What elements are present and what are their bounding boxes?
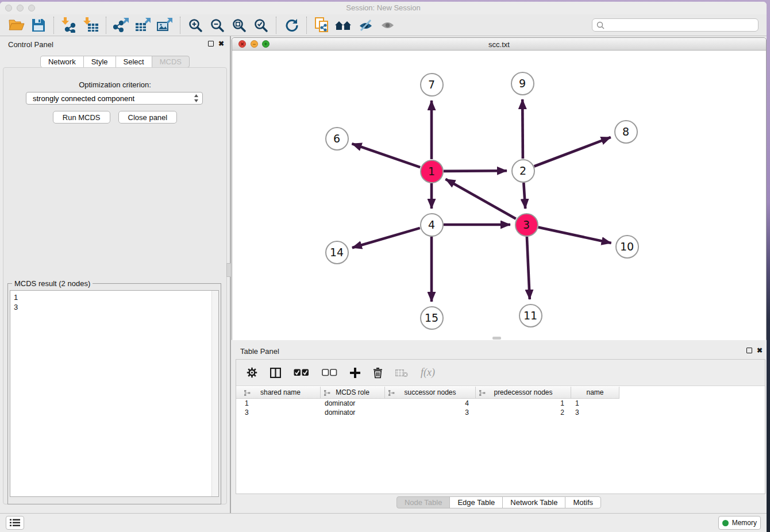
show-columns-icon[interactable]: [270, 368, 281, 378]
graph-edge-2-8[interactable]: [534, 137, 611, 167]
control-panel-title: Control Panel: [8, 40, 53, 49]
delete-table-icon: [395, 368, 408, 377]
main-toolbar: [0, 14, 767, 36]
close-panel-button[interactable]: Close panel: [118, 111, 178, 124]
tab-edge-table[interactable]: Edge Table: [449, 496, 503, 508]
graph-node-3[interactable]: 3: [515, 213, 538, 237]
graph-node-15[interactable]: 15: [420, 306, 444, 330]
toolbar-separator: [180, 17, 180, 34]
node-table: f(x) shared nameMCDS rolesuccessor nodes…: [236, 359, 765, 494]
title-bar: Session: New Session: [0, 2, 767, 14]
table-row[interactable]: 3dominator323: [236, 408, 765, 417]
hide-selected-icon[interactable]: [355, 16, 376, 34]
close-panel-icon[interactable]: ✖: [218, 41, 224, 47]
memory-status-icon: [722, 520, 729, 526]
tab-mcds[interactable]: MCDS: [152, 56, 190, 68]
optimization-criterion-label: Optimization criterion:: [3, 80, 226, 89]
table-panel-header: Table Panel ✖: [232, 343, 767, 358]
tab-network[interactable]: Network: [40, 56, 84, 68]
copy-selection-icon[interactable]: [311, 16, 333, 34]
graph-node-11[interactable]: 11: [519, 304, 542, 327]
table-row[interactable]: 1dominator411: [236, 399, 765, 408]
close-table-panel-icon[interactable]: ✖: [757, 348, 763, 354]
graph-edge-2-3[interactable]: [523, 183, 525, 209]
network-view-window: ✕ − + scc.txt 7968124314101511: [232, 37, 767, 340]
mcds-result-title: MCDS result (2 nodes): [12, 279, 93, 288]
graph-node-14[interactable]: 14: [325, 241, 349, 264]
run-mcds-button[interactable]: Run MCDS: [53, 111, 110, 124]
export-table-icon[interactable]: [132, 16, 154, 34]
graph-edge-1-2[interactable]: [444, 171, 507, 171]
network-window-title: scc.txt: [232, 40, 766, 49]
network-canvas[interactable]: 7968124314101511: [232, 51, 766, 340]
task-history-button[interactable]: [6, 516, 24, 530]
criterion-select[interactable]: strongly connected component: [26, 92, 203, 105]
mcds-result-scrollbar[interactable]: [211, 291, 218, 496]
zoom-out-icon[interactable]: [206, 16, 228, 34]
tab-motifs[interactable]: Motifs: [565, 496, 601, 508]
zoom-in-icon[interactable]: [184, 16, 206, 34]
graph-edge-3-1[interactable]: [445, 179, 515, 219]
column-header-predecessor-nodes[interactable]: predecessor nodes: [476, 387, 571, 399]
save-session-icon[interactable]: [28, 16, 49, 34]
graph-node-8[interactable]: 8: [614, 120, 638, 144]
table-cell: dominator: [321, 408, 385, 417]
control-panel: Control Panel ✖ NetworkStyleSelectMCDS O…: [0, 36, 230, 513]
memory-button[interactable]: Memory: [718, 516, 761, 530]
import-network-icon[interactable]: [58, 16, 80, 34]
graph-node-2[interactable]: 2: [511, 159, 535, 183]
delete-column-icon[interactable]: [373, 367, 383, 379]
panel-divider-handle[interactable]: [226, 263, 231, 277]
export-network-icon[interactable]: [110, 16, 132, 34]
settings-gear-icon[interactable]: [247, 367, 257, 378]
refresh-view-icon[interactable]: [280, 16, 302, 34]
tab-node-table[interactable]: Node Table: [396, 496, 451, 508]
graph-node-10[interactable]: 10: [615, 235, 639, 259]
export-image-icon[interactable]: [154, 16, 176, 34]
toolbar-separator: [106, 17, 106, 34]
float-panel-icon[interactable]: [208, 41, 214, 48]
criterion-value: strongly connected component: [33, 94, 194, 103]
import-table-icon[interactable]: [80, 16, 102, 34]
table-cell: 1: [476, 399, 571, 408]
toolbar-separator: [306, 17, 307, 34]
column-header-mcds-role[interactable]: MCDS role: [321, 387, 385, 399]
graph-edge-3-10[interactable]: [538, 228, 611, 244]
graph-edge-4-14[interactable]: [352, 228, 420, 248]
add-column-icon[interactable]: [350, 368, 360, 378]
column-header-name[interactable]: name: [571, 387, 619, 399]
toolbar-separator: [276, 17, 276, 34]
graph-node-9[interactable]: 9: [511, 72, 534, 95]
canvas-scrollbar-handle[interactable]: [492, 337, 501, 340]
search-box[interactable]: [592, 18, 759, 32]
status-bar: Memory: [0, 513, 767, 532]
graph-node-6[interactable]: 6: [325, 127, 349, 151]
memory-label: Memory: [732, 519, 757, 527]
float-table-panel-icon[interactable]: [746, 348, 752, 354]
attribute-tree-icon: [479, 390, 486, 398]
graph-node-7[interactable]: 7: [420, 73, 444, 97]
mcds-result-area[interactable]: 13: [10, 290, 219, 497]
select-all-checkboxes-icon[interactable]: [294, 369, 309, 376]
tab-style[interactable]: Style: [83, 56, 116, 68]
graph-edge-3-11[interactable]: [527, 237, 530, 299]
deselect-all-checkboxes-icon[interactable]: [322, 369, 337, 376]
tab-network-table[interactable]: Network Table: [502, 496, 565, 508]
application-window: Session: New Session: [0, 2, 767, 532]
network-window-titlebar[interactable]: ✕ − + scc.txt: [232, 38, 766, 51]
attribute-tree-icon: [324, 390, 330, 398]
search-input[interactable]: [605, 21, 754, 29]
zoom-selected-icon[interactable]: [250, 16, 272, 34]
graph-edge-1-6[interactable]: [352, 144, 421, 167]
zoom-fit-icon[interactable]: [228, 16, 250, 34]
column-header-successor-nodes[interactable]: successor nodes: [385, 387, 476, 399]
open-file-icon[interactable]: [6, 16, 28, 34]
graph-node-4[interactable]: 4: [420, 213, 444, 237]
tab-select[interactable]: Select: [116, 56, 152, 68]
first-neighbors-icon[interactable]: [333, 16, 355, 34]
show-all-icon: [376, 16, 398, 34]
graph-edge-2-9[interactable]: [522, 99, 523, 159]
column-header-shared-name[interactable]: shared name: [241, 387, 321, 399]
list-icon: [10, 519, 20, 527]
graph-node-1[interactable]: 1: [420, 160, 444, 183]
